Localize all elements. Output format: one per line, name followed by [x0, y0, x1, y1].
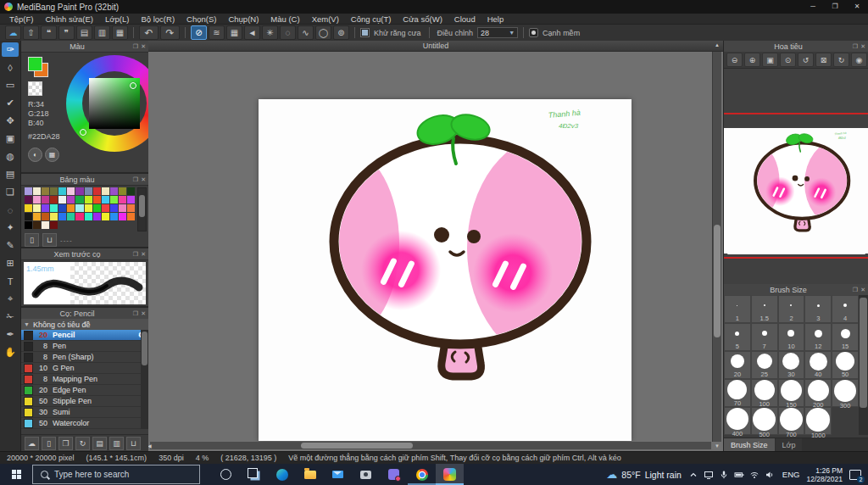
scrollbar-thumb[interactable]: [714, 225, 721, 337]
palette-swatch-52[interactable]: [127, 213, 135, 220]
scroll-down-icon[interactable]: ▼: [715, 443, 720, 449]
comment-icon[interactable]: ❝: [41, 25, 57, 40]
palette-swatch-9[interactable]: [93, 187, 101, 195]
brush-size-option-400[interactable]: 400: [724, 407, 751, 435]
adjust-dropdown[interactable]: 28▼: [477, 27, 518, 38]
brush-size-option-10[interactable]: 10: [778, 323, 805, 351]
trash-icon[interactable]: ⊔: [42, 233, 57, 247]
palette-swatch-47[interactable]: [85, 213, 92, 220]
canvas-horizontal-scrollbar[interactable]: [150, 442, 711, 449]
brush-size-option-1000[interactable]: 1000: [804, 407, 832, 435]
popout-icon[interactable]: ❐: [853, 43, 858, 50]
search-input[interactable]: Type here to search: [32, 465, 200, 484]
palette-swatch-6[interactable]: [67, 187, 75, 195]
popout-icon[interactable]: ❐: [133, 310, 138, 317]
taskbar-purple-app-icon[interactable]: [380, 464, 408, 485]
close-icon[interactable]: ✕: [141, 43, 146, 50]
palette-swatch-28[interactable]: [33, 204, 41, 212]
palette-swatch-22[interactable]: [93, 196, 101, 203]
palette-swatch-54[interactable]: [33, 221, 41, 229]
palette-swatch-42[interactable]: [42, 213, 49, 220]
palette-swatch-44[interactable]: [58, 213, 66, 220]
palette-swatch-27[interactable]: [25, 204, 32, 212]
document-icon[interactable]: ▤: [76, 25, 92, 40]
brush-tool[interactable]: ✑: [2, 42, 19, 57]
brush-item-edge-pen[interactable]: 20Edge Pen: [21, 385, 148, 396]
menu-item-b-l-c-r[interactable]: Bộ lọc(R): [135, 14, 181, 24]
close-icon[interactable]: ✕: [141, 251, 146, 258]
palette-swatch-1[interactable]: [25, 187, 32, 195]
brush-size-option-40[interactable]: 40: [804, 351, 832, 379]
palette-swatch-32[interactable]: [67, 204, 75, 212]
curve-snap-icon[interactable]: ∿: [298, 25, 314, 40]
palette-swatch-25[interactable]: [119, 196, 126, 203]
brush-item-watercolor[interactable]: 50Watercolor: [21, 418, 148, 429]
palette-swatch-5[interactable]: [58, 187, 66, 195]
zoom-in-icon[interactable]: ⊕: [744, 53, 760, 67]
palette-swatch-16[interactable]: [42, 196, 49, 203]
palette-swatch-2[interactable]: [33, 187, 41, 195]
foreground-color-swatch[interactable]: [28, 57, 42, 71]
menu-item-c-ng-c-t[interactable]: Công cụ(T): [345, 14, 398, 24]
bucket-tool[interactable]: ◍: [2, 149, 19, 164]
tab-l-p[interactable]: Lớp: [776, 438, 803, 452]
palette-swatch-26[interactable]: [127, 196, 135, 203]
tab-brush-size[interactable]: Brush Size: [724, 438, 775, 452]
palette-swatch-3[interactable]: [42, 187, 49, 195]
popout-icon[interactable]: ❐: [133, 43, 138, 50]
brush-size-option-200[interactable]: 200: [804, 379, 832, 407]
palette-swatch-23[interactable]: [102, 196, 109, 203]
folder-icon[interactable]: ▤: [92, 437, 107, 450]
poly-select-icon[interactable]: ◄: [244, 25, 260, 40]
brush-item-pen[interactable]: 8Pen: [21, 341, 148, 352]
palette-swatch-11[interactable]: [110, 187, 118, 195]
popout-icon[interactable]: ❐: [133, 251, 138, 258]
notification-center[interactable]: 2: [849, 469, 863, 481]
eraser-tool[interactable]: ◊: [2, 60, 19, 75]
brush-size-option-15[interactable]: 15: [832, 323, 859, 351]
lock-icon[interactable]: ◉: [851, 53, 867, 67]
palette-mode-button[interactable]: ◐: [28, 148, 42, 162]
minimize-button[interactable]: ─: [802, 0, 824, 14]
antialias-checkbox[interactable]: [360, 28, 370, 37]
brush-size-option-3[interactable]: 3: [804, 295, 832, 323]
palette-swatch-24[interactable]: [110, 196, 118, 203]
palette-scrollbar[interactable]: [137, 187, 147, 231]
close-icon[interactable]: ✕: [141, 176, 146, 183]
snap-tool[interactable]: ⌖: [2, 292, 19, 306]
document-tab[interactable]: Untitled: [148, 41, 723, 52]
flip-icon[interactable]: ⊠: [815, 53, 832, 67]
duplicate-brush-icon[interactable]: ❐: [58, 437, 73, 450]
palette-swatch-34[interactable]: [85, 204, 92, 212]
eyedropper-tool[interactable]: ✒: [2, 327, 19, 342]
circle-snap-icon[interactable]: ◯: [315, 25, 331, 40]
palette-swatch-7[interactable]: [75, 187, 83, 195]
palette-swatch-38[interactable]: [119, 204, 126, 212]
chat-icon[interactable]: ❞: [58, 25, 75, 40]
palette-swatch-21[interactable]: [85, 196, 92, 203]
palette-swatch-10[interactable]: [102, 187, 109, 195]
palette-swatch-40[interactable]: [25, 213, 32, 220]
export-icon[interactable]: ⇧: [23, 25, 39, 40]
brush-item-sumi[interactable]: 30Sumi: [21, 407, 148, 418]
taskbar-chrome-icon[interactable]: [408, 464, 436, 485]
rgb-mode-button[interactable]: ▦: [45, 148, 59, 162]
control-pen-tool[interactable]: ✔: [2, 96, 19, 110]
taskbar-task-view-icon[interactable]: [240, 464, 268, 485]
rotate-cw-icon[interactable]: ↻: [833, 53, 849, 67]
marquee-tool[interactable]: ❏: [2, 185, 19, 199]
fit-screen-icon[interactable]: ▣: [762, 53, 778, 67]
menu-item-t-p-f[interactable]: Tệp(F): [3, 14, 40, 24]
new-color-button[interactable]: ▯: [25, 233, 39, 247]
scroll-left-icon[interactable]: ◀: [148, 443, 152, 449]
brush-item-pencil[interactable]: 20Pencil⚙: [21, 330, 148, 341]
palette-swatch-17[interactable]: [50, 196, 58, 203]
palette-swatch-39[interactable]: [127, 204, 135, 212]
scroll-up-icon[interactable]: ▲: [715, 42, 720, 47]
hue-marker[interactable]: [80, 129, 86, 136]
cloud-icon[interactable]: ☁: [5, 25, 21, 40]
brush-size-option-20[interactable]: 20: [724, 351, 751, 379]
gradient-tool[interactable]: ▤: [2, 167, 19, 181]
tray-wifi-icon[interactable]: [749, 469, 760, 480]
close-icon[interactable]: ✕: [860, 287, 865, 293]
